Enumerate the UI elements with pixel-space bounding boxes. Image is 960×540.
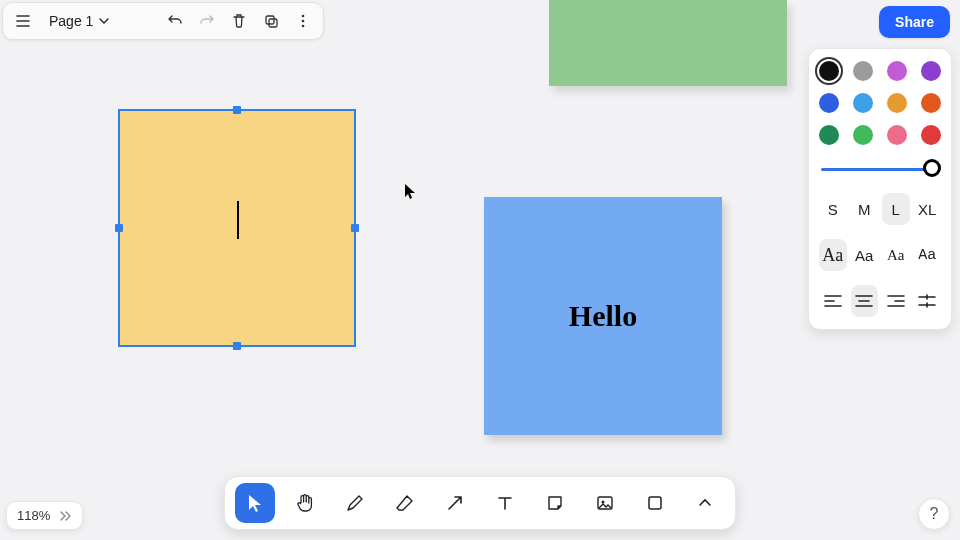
duplicate-button[interactable] <box>257 7 285 35</box>
redo-icon <box>199 13 215 29</box>
help-label: ? <box>930 505 939 523</box>
help-button[interactable]: ? <box>918 498 950 530</box>
svg-rect-1 <box>269 19 277 27</box>
slider-thumb[interactable] <box>923 159 941 177</box>
font-option-serif[interactable]: Aa <box>882 239 910 271</box>
tool-select[interactable] <box>235 483 275 523</box>
redo-button[interactable] <box>193 7 221 35</box>
align-justify-icon <box>918 294 936 308</box>
tool-note[interactable] <box>535 483 575 523</box>
font-row: Aa Aa Aa Aa <box>819 239 941 271</box>
chevron-up-icon <box>697 495 713 511</box>
mouse-cursor-icon <box>405 184 417 200</box>
font-option-mono[interactable]: Aa <box>914 239 942 271</box>
size-option-xl[interactable]: XL <box>914 193 942 225</box>
duplicate-icon <box>263 13 279 29</box>
color-swatch-10[interactable] <box>887 125 907 145</box>
page-label: Page 1 <box>49 13 93 29</box>
align-row <box>819 285 941 317</box>
note-icon <box>545 493 565 513</box>
zoom-control[interactable]: 118% <box>6 501 83 530</box>
sticky-note-blue-text: Hello <box>569 299 637 333</box>
color-swatch-11[interactable] <box>921 125 941 145</box>
align-right-icon <box>887 294 905 308</box>
svg-rect-7 <box>649 497 661 509</box>
hamburger-icon <box>15 13 31 29</box>
align-right[interactable] <box>882 285 910 317</box>
undo-icon <box>167 13 183 29</box>
align-left-icon <box>824 294 842 308</box>
shape-icon <box>645 493 665 513</box>
color-swatch-9[interactable] <box>853 125 873 145</box>
delete-button[interactable] <box>225 7 253 35</box>
image-icon <box>595 493 615 513</box>
size-option-m[interactable]: M <box>851 193 879 225</box>
chevron-down-icon <box>99 16 109 26</box>
selection-handle-e[interactable] <box>351 224 359 232</box>
pencil-icon <box>345 493 365 513</box>
font-option-cursive[interactable]: Aa <box>819 239 847 271</box>
tool-dock <box>224 476 736 530</box>
color-swatch-2[interactable] <box>887 61 907 81</box>
svg-point-3 <box>302 20 305 23</box>
svg-point-2 <box>302 15 305 18</box>
svg-rect-0 <box>266 16 274 24</box>
style-panel: SMLXL Aa Aa Aa Aa <box>808 48 952 330</box>
undo-button[interactable] <box>161 7 189 35</box>
svg-point-4 <box>302 25 305 28</box>
tool-hand[interactable] <box>285 483 325 523</box>
size-row: SMLXL <box>819 193 941 225</box>
more-actions-button[interactable] <box>289 7 317 35</box>
chevron-right-double-icon <box>58 509 72 523</box>
opacity-slider[interactable] <box>819 159 941 179</box>
selection-handle-w[interactable] <box>115 224 123 232</box>
slider-track <box>821 168 939 171</box>
color-grid <box>819 61 941 145</box>
align-center-icon <box>855 294 873 308</box>
tool-text[interactable] <box>485 483 525 523</box>
color-swatch-0[interactable] <box>819 61 839 81</box>
color-swatch-3[interactable] <box>921 61 941 81</box>
color-swatch-5[interactable] <box>853 93 873 113</box>
trash-icon <box>231 13 247 29</box>
select-icon <box>245 493 265 513</box>
zoom-label: 118% <box>17 508 50 523</box>
color-swatch-6[interactable] <box>887 93 907 113</box>
page-selector[interactable]: Page 1 <box>41 9 117 33</box>
hand-icon <box>294 492 316 514</box>
share-label: Share <box>895 14 934 30</box>
text-caret <box>237 201 239 239</box>
align-left[interactable] <box>819 285 847 317</box>
sticky-note-green[interactable] <box>549 0 787 86</box>
text-icon <box>495 493 515 513</box>
color-swatch-8[interactable] <box>819 125 839 145</box>
size-option-s[interactable]: S <box>819 193 847 225</box>
color-swatch-4[interactable] <box>819 93 839 113</box>
tool-shape[interactable] <box>635 483 675 523</box>
tool-image[interactable] <box>585 483 625 523</box>
arrow-icon <box>445 493 465 513</box>
tool-arrow[interactable] <box>435 483 475 523</box>
selection-handle-n[interactable] <box>233 106 241 114</box>
color-swatch-1[interactable] <box>853 61 873 81</box>
font-option-sans[interactable]: Aa <box>851 239 879 271</box>
share-button[interactable]: Share <box>879 6 950 38</box>
selection-handle-s[interactable] <box>233 342 241 350</box>
color-swatch-7[interactable] <box>921 93 941 113</box>
sticky-note-blue[interactable]: Hello <box>484 197 722 435</box>
tool-eraser[interactable] <box>385 483 425 523</box>
top-toolbar: Page 1 <box>2 2 324 40</box>
align-justify[interactable] <box>914 285 942 317</box>
sticky-note-yellow[interactable] <box>118 109 356 347</box>
size-option-l[interactable]: L <box>882 193 910 225</box>
tool-more[interactable] <box>685 483 725 523</box>
eraser-icon <box>395 493 415 513</box>
menu-button[interactable] <box>9 7 37 35</box>
align-center[interactable] <box>851 285 879 317</box>
tool-draw[interactable] <box>335 483 375 523</box>
dots-vertical-icon <box>295 13 311 29</box>
